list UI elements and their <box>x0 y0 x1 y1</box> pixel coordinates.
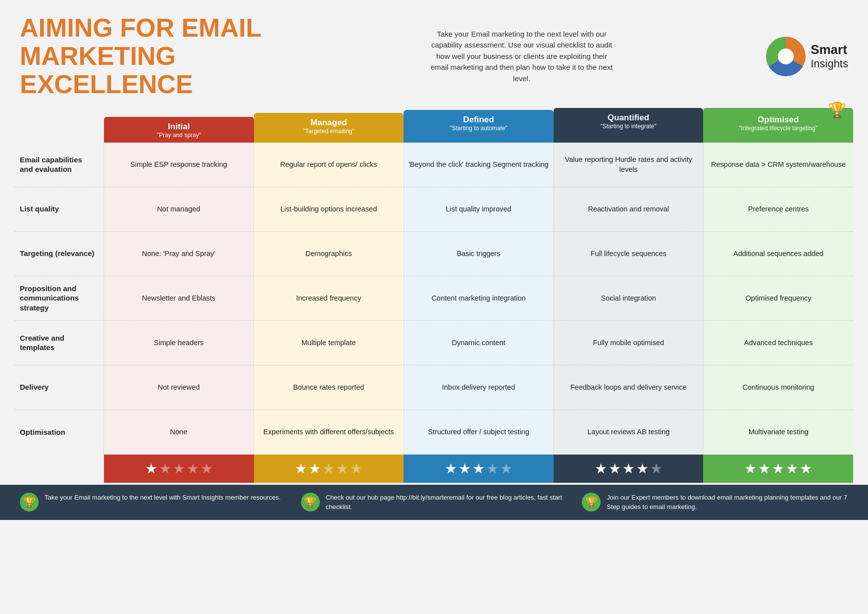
star-full-icon: ★ <box>744 460 757 477</box>
star-empty-icon: ★ <box>336 460 349 477</box>
star-full-icon: ★ <box>445 460 457 477</box>
star-empty-icon: ★ <box>201 460 213 477</box>
row-label: Email capabilities and evaluation <box>15 143 104 187</box>
table-row: List qualityNot managedList-building opt… <box>15 187 853 232</box>
data-cell: List quality improved <box>404 187 554 231</box>
data-cell: Regular report of opens/ clicks <box>254 143 404 187</box>
data-cell: Additional sequences added <box>704 232 853 276</box>
row-label: Optimisation <box>15 410 104 455</box>
data-cell: Feedback loops and delivery service <box>554 365 704 409</box>
data-table: Email capabilities and evaluationSimple … <box>15 143 853 455</box>
logo-text: Smart Insights <box>811 42 848 70</box>
col-sub-optimised: "Integrated lifecycle targeting" <box>739 125 817 132</box>
col-label-initial: Initial <box>168 122 190 131</box>
star-full-icon: ★ <box>800 460 812 477</box>
data-cell: Newsletter and Eblasts <box>104 276 254 320</box>
data-cell: Content marketing integration <box>404 276 554 320</box>
stars-cell: ★★★★★ <box>404 455 554 483</box>
star-empty-icon: ★ <box>159 460 171 477</box>
table-wrap: Initial "Pray and spray" Managed "Target… <box>0 108 868 483</box>
col-sub-initial: "Pray and spray" <box>107 132 251 139</box>
data-cell: Advanced techniques <box>704 321 853 365</box>
data-cell: Simple ESP response tracking <box>104 143 254 187</box>
col-header-managed: Managed "Targeted emailing" <box>254 113 404 143</box>
table-row: Proposition and communications strategyN… <box>15 276 853 321</box>
data-cell: Inbox delivery reported <box>404 365 554 409</box>
data-cell: Structured offer / subject testing <box>404 410 554 455</box>
data-cell: Increased frequency <box>254 276 404 320</box>
data-cell: Multiple template <box>254 321 404 365</box>
star-full-icon: ★ <box>758 460 770 477</box>
star-empty-icon: ★ <box>322 460 335 477</box>
data-cell: Demographics <box>254 232 404 276</box>
col-sub-managed: "Targeted emailing" <box>257 128 401 135</box>
stars-cell: ★★★★★ <box>703 455 853 483</box>
footer-trophy-icon: 🏆 <box>582 493 601 512</box>
logo-icon <box>766 37 806 76</box>
footer-trophy-icon: 🏆 <box>20 493 39 512</box>
header: AIMING FOR EMAIL MARKETING EXCELLENCE Ta… <box>0 0 868 108</box>
data-cell: Social integration <box>554 276 704 320</box>
star-full-icon: ★ <box>609 460 621 477</box>
col-header-quantified: Quantified "Starting to integrate" <box>554 108 704 143</box>
data-cell: Full lifecycle sequences <box>554 232 704 276</box>
col-header-defined: Defined "Starting to automate" <box>404 110 554 143</box>
col-header-initial: Initial "Pray and spray" <box>104 117 254 143</box>
header-description: Take your Email marketing to the next le… <box>428 29 616 85</box>
star-full-icon: ★ <box>459 460 471 477</box>
star-empty-icon: ★ <box>350 460 362 477</box>
stars-cell: ★★★★★ <box>104 455 254 483</box>
data-cell: Not managed <box>104 187 254 231</box>
logo-smart: Smart <box>811 42 848 57</box>
star-empty-icon: ★ <box>486 460 499 477</box>
star-full-icon: ★ <box>636 460 649 477</box>
data-cell: Simple headers <box>104 321 254 365</box>
data-cell: Basic triggers <box>404 232 554 276</box>
table-row: Creative and templatesSimple headersMult… <box>15 321 853 365</box>
logo: Smart Insights <box>766 37 848 76</box>
row-label: Targeting (relevance) <box>15 232 104 276</box>
star-empty-icon: ★ <box>500 460 512 477</box>
data-cell: Reactivation and removal <box>554 187 704 231</box>
star-full-icon: ★ <box>786 460 798 477</box>
footer-item: 🏆Join our Expert members to download ema… <box>582 493 848 512</box>
data-cell: Not reviewed <box>104 365 254 409</box>
data-cell: Bounce rates reported <box>254 365 404 409</box>
table-row: OptimisationNoneExperiments with differe… <box>15 410 853 455</box>
page-title: AIMING FOR EMAIL MARKETING EXCELLENCE <box>20 14 277 99</box>
data-cell: Layout reviews AB testing <box>554 410 704 455</box>
star-full-icon: ★ <box>295 460 307 477</box>
table-row: Targeting (relevance)None: 'Pray and Spr… <box>15 232 853 276</box>
data-cell: 'Beyond the click' tracking Segment trac… <box>404 143 554 187</box>
star-full-icon: ★ <box>472 460 485 477</box>
data-cell: None: 'Pray and Spray' <box>104 232 254 276</box>
footer-text: Check out our hub page http://bit.ly/sma… <box>326 493 567 512</box>
data-cell: Value reporting Hurdle rates and activit… <box>554 143 704 187</box>
star-full-icon: ★ <box>145 460 157 477</box>
data-cell: Preference centres <box>704 187 853 231</box>
stars-row: ★★★★★★★★★★★★★★★★★★★★★★★★★ <box>104 455 853 483</box>
footer-text: Join our Expert members to download emai… <box>607 493 848 512</box>
star-empty-icon: ★ <box>187 460 199 477</box>
star-full-icon: ★ <box>595 460 607 477</box>
footer: 🏆Take your Email marketing to the next l… <box>0 485 868 520</box>
stars-cell: ★★★★★ <box>554 455 704 483</box>
logo-insights: Insights <box>811 57 848 70</box>
col-label-quantified: Quantified <box>608 113 649 122</box>
data-cell: Continuous monitoring <box>704 365 853 409</box>
stars-cell: ★★★★★ <box>254 455 404 483</box>
table-row: DeliveryNot reviewedBounce rates reporte… <box>15 365 853 410</box>
trophy-icon: 🏆 <box>828 101 846 118</box>
star-full-icon: ★ <box>622 460 635 477</box>
data-cell: List-building options increased <box>254 187 404 231</box>
footer-text: Take your Email marketing to the next le… <box>45 493 281 503</box>
data-cell: None <box>104 410 254 455</box>
table-row: Email capabilities and evaluationSimple … <box>15 143 853 187</box>
star-empty-icon: ★ <box>173 460 185 477</box>
row-label: Delivery <box>15 365 104 409</box>
data-cell: Response data > CRM system/warehouse <box>704 143 853 187</box>
col-sub-defined: "Starting to automate" <box>407 125 551 132</box>
row-label: List quality <box>15 187 104 231</box>
column-headers: Initial "Pray and spray" Managed "Target… <box>104 108 853 143</box>
col-sub-quantified: "Starting to integrate" <box>557 123 701 130</box>
